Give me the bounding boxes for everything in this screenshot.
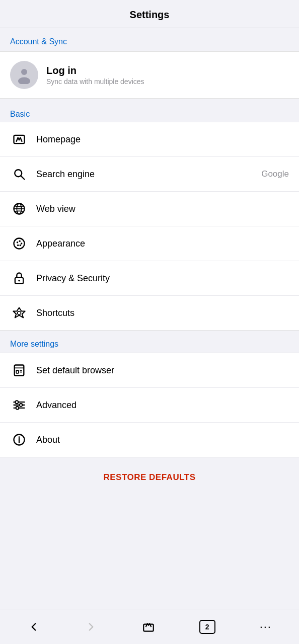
svg-point-0	[21, 69, 27, 75]
basic-label: Basic	[0, 103, 299, 122]
more-settings-list: Set default browser Advanced	[0, 353, 299, 457]
search-engine-value: Google	[261, 169, 289, 179]
svg-point-8	[18, 208, 21, 210]
svg-point-32	[19, 436, 20, 438]
page-title: Settings	[130, 9, 170, 20]
svg-point-1	[18, 77, 30, 85]
svg-marker-17	[13, 308, 25, 318]
more-settings-label: More settings	[0, 331, 299, 353]
default-browser-label: Set default browser	[36, 365, 289, 376]
back-icon	[27, 620, 40, 633]
search-icon	[10, 165, 28, 183]
svg-point-28	[20, 404, 23, 407]
advanced-label: Advanced	[36, 400, 289, 411]
svg-point-13	[20, 245, 22, 247]
home-button[interactable]	[134, 615, 163, 638]
appearance-icon	[10, 234, 28, 253]
homepage-icon	[10, 130, 28, 148]
privacy-icon	[10, 269, 28, 287]
appearance-item[interactable]: Appearance	[0, 226, 299, 261]
privacy-security-label: Privacy & Security	[36, 273, 289, 284]
avatar	[10, 61, 38, 89]
account-sync-label: Account & Sync	[0, 28, 299, 51]
account-text: Log in Sync data with multiple devices	[46, 65, 144, 86]
shortcuts-label: Shortcuts	[36, 308, 289, 318]
forward-icon	[85, 620, 98, 633]
svg-line-4	[21, 176, 24, 179]
tabs-button[interactable]: 2	[191, 615, 223, 639]
privacy-security-item[interactable]: Privacy & Security	[0, 261, 299, 296]
bottom-nav: 2 ···	[0, 609, 299, 644]
advanced-icon	[10, 396, 28, 414]
more-icon: ···	[260, 620, 272, 633]
home-icon	[142, 620, 155, 633]
svg-point-10	[17, 242, 19, 244]
svg-point-29	[16, 407, 19, 410]
svg-point-27	[15, 400, 18, 404]
web-view-item[interactable]: Web view	[0, 192, 299, 226]
forward-button[interactable]	[77, 615, 106, 638]
web-view-label: Web view	[36, 204, 289, 214]
svg-point-16	[18, 280, 20, 282]
homepage-label: Homepage	[36, 134, 289, 145]
search-engine-item[interactable]: Search engine Google	[0, 157, 299, 192]
default-browser-item[interactable]: Set default browser	[0, 353, 299, 388]
account-subtitle: Sync data with multiple devices	[46, 77, 144, 86]
menu-button[interactable]: ···	[252, 615, 280, 638]
restore-defaults-button[interactable]: RESTORE DEFAULTS	[103, 472, 195, 482]
svg-point-9	[14, 238, 25, 249]
browser-icon	[10, 361, 28, 379]
about-item[interactable]: About	[0, 423, 299, 457]
svg-point-12	[21, 243, 23, 245]
search-engine-label: Search engine	[36, 169, 257, 180]
about-icon	[10, 431, 28, 449]
svg-rect-21	[16, 370, 19, 373]
basic-settings-list: Homepage Search engine Google	[0, 122, 299, 331]
appearance-label: Appearance	[36, 238, 289, 249]
svg-point-3	[15, 170, 22, 177]
svg-point-14	[17, 245, 19, 247]
shortcuts-item[interactable]: Shortcuts	[0, 296, 299, 330]
advanced-item[interactable]: Advanced	[0, 388, 299, 423]
webview-icon	[10, 200, 28, 218]
settings-content: Account & Sync Log in Sync data with mul…	[0, 28, 299, 609]
tab-count-badge: 2	[199, 620, 215, 634]
shortcuts-icon	[10, 304, 28, 322]
svg-point-18	[18, 311, 21, 315]
homepage-item[interactable]: Homepage	[0, 122, 299, 157]
settings-header: Settings	[0, 0, 299, 28]
svg-point-11	[19, 240, 20, 243]
back-button[interactable]	[19, 615, 48, 638]
login-label: Log in	[46, 65, 144, 76]
about-label: About	[36, 435, 289, 445]
restore-section: RESTORE DEFAULTS	[0, 457, 299, 493]
account-card[interactable]: Log in Sync data with multiple devices	[0, 51, 299, 99]
user-icon	[15, 66, 33, 84]
